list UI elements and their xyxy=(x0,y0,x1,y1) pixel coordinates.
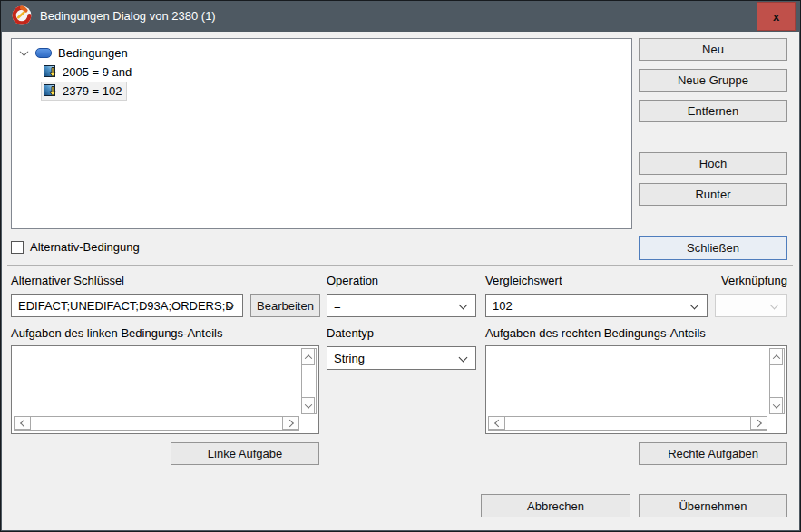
chevron-up-icon xyxy=(304,354,311,362)
chevron-left-icon xyxy=(494,419,502,426)
vergleichswert-combobox[interactable]: 102 xyxy=(485,294,708,317)
condition-node-icon xyxy=(44,64,58,80)
condition-node-icon xyxy=(44,83,58,99)
tree-item-label: 2379 = 102 xyxy=(63,84,122,98)
scroll-right-button[interactable] xyxy=(282,416,299,430)
right-horizontal-scrollbar[interactable] xyxy=(488,416,767,431)
chevron-down-icon xyxy=(772,401,779,408)
rechte-aufgaben-button[interactable]: Rechte Aufgaben xyxy=(639,442,787,465)
alternativer-schluessel-label: Alternativer Schlüssel xyxy=(11,274,124,287)
conditions-tree[interactable]: Bedingungen 2005 = 9 and xyxy=(11,38,632,229)
chevron-down-icon xyxy=(459,301,468,310)
datentyp-value: String xyxy=(334,352,365,365)
scroll-left-button[interactable] xyxy=(488,416,505,430)
left-vertical-scrollbar[interactable] xyxy=(301,348,317,414)
datentyp-label: Datentyp xyxy=(327,326,374,340)
verknuepfung-combobox xyxy=(715,294,787,317)
tree-root-row[interactable]: Bedingungen xyxy=(12,44,631,63)
scroll-up-button[interactable] xyxy=(301,348,315,365)
separator-line xyxy=(7,265,793,266)
chevron-right-icon xyxy=(754,419,761,426)
scroll-down-button[interactable] xyxy=(301,397,315,414)
abbrechen-button[interactable]: Abbrechen xyxy=(481,494,630,517)
chevron-up-icon xyxy=(772,354,779,362)
close-icon: x xyxy=(773,10,779,24)
linke-aufgabe-button[interactable]: Linke Aufgabe xyxy=(171,442,319,465)
close-button[interactable]: x xyxy=(757,2,796,31)
verknuepfung-label: Verknüpfung xyxy=(721,274,787,287)
runter-button[interactable]: Runter xyxy=(639,183,787,206)
alternativ-bedingung-checkbox-row[interactable]: Alternativ-Bedingung xyxy=(11,240,140,254)
operation-label: Operation xyxy=(327,274,378,287)
vergleichswert-label: Vergleichswert xyxy=(485,274,562,287)
title-bar[interactable]: Bedingungen Dialog von 2380 (1) x xyxy=(0,0,801,32)
neu-button[interactable]: Neu xyxy=(639,38,787,61)
expander-chevron-icon[interactable] xyxy=(20,47,29,56)
bearbeiten-button[interactable]: Bearbeiten xyxy=(250,294,320,317)
chevron-down-icon xyxy=(770,301,779,310)
entfernen-button[interactable]: Entfernen xyxy=(639,100,787,122)
window-title: Bedingungen Dialog von 2380 (1) xyxy=(40,0,216,32)
datentyp-combobox[interactable]: String xyxy=(327,346,476,370)
chevron-right-icon xyxy=(286,419,293,426)
rechte-aufgaben-label: Aufgaben des rechten Bedingungs-Anteils xyxy=(485,326,706,340)
linke-aufgaben-listbox[interactable] xyxy=(11,345,319,434)
alternativer-schluessel-combobox[interactable]: EDIFACT;UNEDIFACT;D93A;ORDERS;D xyxy=(11,294,243,317)
app-logo-icon xyxy=(12,5,32,25)
alternativer-schluessel-value: EDIFACT;UNEDIFACT;D93A;ORDERS;D xyxy=(18,299,234,313)
tree-item-row-selected[interactable]: 2379 = 102 xyxy=(12,82,631,101)
alternativ-bedingung-label: Alternativ-Bedingung xyxy=(30,240,140,254)
scroll-right-button[interactable] xyxy=(750,416,767,430)
group-node-icon xyxy=(35,48,52,58)
left-horizontal-scrollbar[interactable] xyxy=(14,416,299,431)
tree-item-row[interactable]: 2005 = 9 and xyxy=(12,63,631,82)
scroll-left-button[interactable] xyxy=(14,416,31,430)
uebernehmen-button[interactable]: Übernehmen xyxy=(639,494,787,517)
chevron-down-icon xyxy=(459,353,468,363)
chevron-down-icon xyxy=(690,301,699,310)
hoch-button[interactable]: Hoch xyxy=(639,152,787,175)
operation-value: = xyxy=(334,299,341,313)
scroll-down-button[interactable] xyxy=(769,397,783,414)
neue-gruppe-button[interactable]: Neue Gruppe xyxy=(639,69,787,92)
scroll-up-button[interactable] xyxy=(769,348,783,365)
tree-root-label: Bedingungen xyxy=(58,46,128,60)
chevron-down-icon xyxy=(304,401,311,408)
bedingungen-dialog-window: Bedingungen Dialog von 2380 (1) x Beding… xyxy=(0,0,801,532)
rechte-aufgaben-listbox[interactable] xyxy=(485,345,787,434)
chevron-left-icon xyxy=(20,419,27,426)
vergleichswert-value: 102 xyxy=(493,299,513,313)
alternativ-bedingung-checkbox[interactable] xyxy=(11,241,24,254)
linke-aufgaben-label: Aufgaben des linken Bedingungs-Anteils xyxy=(11,326,222,340)
operation-combobox[interactable]: = xyxy=(327,294,476,317)
schliessen-button[interactable]: Schließen xyxy=(639,236,787,260)
tree-item-label: 2005 = 9 and xyxy=(63,65,132,79)
right-vertical-scrollbar[interactable] xyxy=(769,348,785,414)
